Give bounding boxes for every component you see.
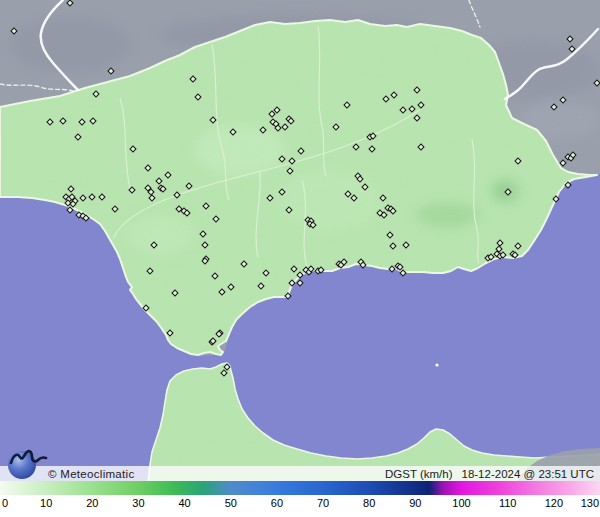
color-scale-ticks: 0102030405060708090100110120130: [0, 495, 600, 517]
timestamp: 18-12-2024 @ 23:51 UTC: [462, 468, 595, 480]
scale-tick: 130: [581, 497, 599, 509]
scale-tick: 70: [317, 497, 329, 509]
scale-tick: 50: [225, 497, 237, 509]
scale-tick: 20: [86, 497, 98, 509]
scale-tick: 0: [2, 497, 8, 509]
scale-tick: 120: [545, 497, 563, 509]
scale-tick: 110: [499, 497, 517, 509]
weather-map-page: © Meteoclimatic DGST (km/h) 18-12-2024 @…: [0, 0, 600, 517]
meteoclimatic-logo: [4, 446, 52, 482]
alboran-island-dot: [435, 363, 438, 366]
scale-tick: 40: [178, 497, 190, 509]
scale-tick: 90: [409, 497, 421, 509]
status-bar: © Meteoclimatic DGST (km/h) 18-12-2024 @…: [0, 466, 600, 481]
copyright-text: © Meteoclimatic: [48, 468, 134, 480]
scale-tick: 80: [363, 497, 375, 509]
scale-tick: 30: [132, 497, 144, 509]
weather-map: [0, 0, 600, 482]
scale-tick: 100: [452, 497, 470, 509]
product-label: DGST (km/h): [385, 468, 453, 480]
color-scale-bar: [0, 481, 600, 495]
scale-tick: 60: [271, 497, 283, 509]
scale-tick: 10: [40, 497, 52, 509]
